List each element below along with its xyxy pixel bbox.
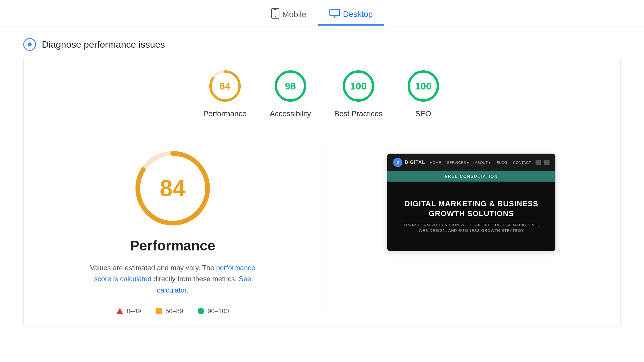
browser-action-2 (544, 160, 550, 165)
score-seo-label: SEO (415, 109, 431, 118)
legend-square-icon (156, 308, 162, 314)
section-icon (23, 38, 36, 51)
legend-0-49-label: 0–49 (127, 307, 141, 315)
hero-subtitle: TRANSFORM YOUR VISION WITH TAILORED DIGI… (399, 222, 544, 234)
gauge-seo: 100 (406, 69, 441, 103)
nav-home: HOME (430, 160, 441, 165)
section-header: Diagnose performance issues (0, 26, 644, 57)
tab-mobile[interactable]: Mobile (260, 3, 318, 26)
nav-services: SERVICES ▾ (447, 160, 469, 165)
gauge-accessibility-value: 98 (285, 80, 296, 92)
gauge-performance-value: 84 (220, 80, 231, 92)
legend-50-89: 50–89 (156, 307, 183, 315)
hero-title: DIGITAL MARKETING & BUSINESS GROWTH SOLU… (399, 199, 544, 219)
cta-bar: FREE CONSULTATION (387, 171, 555, 182)
svg-rect-3 (330, 9, 340, 16)
nav-blog: BLOG (497, 160, 507, 165)
cta-text: FREE CONSULTATION (445, 174, 498, 179)
browser-actions (536, 160, 550, 165)
tab-mobile-label: Mobile (282, 10, 306, 19)
vertical-divider (322, 148, 322, 315)
perf-desc: Values are estimated and may vary. The p… (85, 262, 260, 296)
tab-desktop[interactable]: Desktop (318, 4, 384, 26)
score-performance[interactable]: 84 Performance (203, 69, 247, 118)
legend-50-89-label: 50–89 (165, 307, 183, 315)
score-performance-label: Performance (203, 109, 247, 118)
mobile-icon (271, 8, 279, 21)
browser-nav: HOME SERVICES ▾ ABOUT ▾ BLOG CONTACT (430, 160, 531, 165)
legend-90-100-label: 90–100 (208, 307, 229, 315)
svg-rect-2 (274, 9, 276, 10)
perf-desc-before: Values are estimated and may vary. The (90, 264, 216, 272)
brand-name: DIGITAL (405, 160, 425, 165)
desktop-icon (329, 9, 340, 20)
scores-divider (41, 130, 603, 130)
website-preview: D DIGITAL HOME SERVICES ▾ ABOUT ▾ BLOG C… (387, 153, 556, 251)
scores-row: 84 Performance 98 Accessibility (41, 69, 603, 118)
large-gauge: 84 (132, 148, 213, 229)
score-accessibility[interactable]: 98 Accessibility (270, 69, 311, 118)
tab-bar: Mobile Desktop (0, 0, 644, 26)
score-accessibility-label: Accessibility (270, 109, 311, 118)
hero-section: DIGITAL MARKETING & BUSINESS GROWTH SOLU… (387, 182, 555, 251)
legend-circle-icon (198, 308, 204, 314)
nav-contact: CONTACT (513, 160, 531, 165)
browser-chrome: D DIGITAL HOME SERVICES ▾ ABOUT ▾ BLOG C… (387, 154, 555, 171)
right-panel: D DIGITAL HOME SERVICES ▾ ABOUT ▾ BLOG C… (340, 148, 603, 251)
score-seo[interactable]: 100 SEO (406, 69, 441, 118)
section-title: Diagnose performance issues (42, 39, 165, 50)
tab-desktop-label: Desktop (343, 10, 373, 19)
perf-desc-after: . (186, 286, 188, 294)
gauge-seo-value: 100 (415, 80, 431, 92)
legend-0-49: 0–49 (116, 307, 141, 315)
content-area: 84 Performance Values are estimated and … (41, 148, 603, 315)
gauge-best-practices-value: 100 (350, 80, 367, 92)
gauge-accessibility: 98 (273, 69, 308, 103)
score-best-practices-label: Best Practices (334, 109, 383, 118)
main-card: 84 Performance 98 Accessibility (23, 57, 621, 327)
gauge-performance: 84 (208, 69, 242, 103)
nav-about: ABOUT ▾ (475, 160, 491, 165)
browser-logo: D DIGITAL (393, 158, 425, 167)
perf-desc-middle: directly from these metrics. (151, 275, 239, 283)
legend-triangle-icon (116, 308, 123, 314)
perf-title: Performance (130, 238, 215, 254)
large-gauge-value: 84 (160, 175, 185, 202)
svg-point-1 (275, 16, 276, 17)
gauge-best-practices: 100 (341, 69, 376, 103)
score-best-practices[interactable]: 100 Best Practices (334, 69, 383, 118)
left-panel: 84 Performance Values are estimated and … (41, 148, 304, 315)
legend-90-100: 90–100 (198, 307, 229, 315)
brand-icon: D (393, 158, 402, 167)
browser-action-1 (536, 160, 541, 165)
legend-row: 0–49 50–89 90–100 (116, 307, 229, 315)
